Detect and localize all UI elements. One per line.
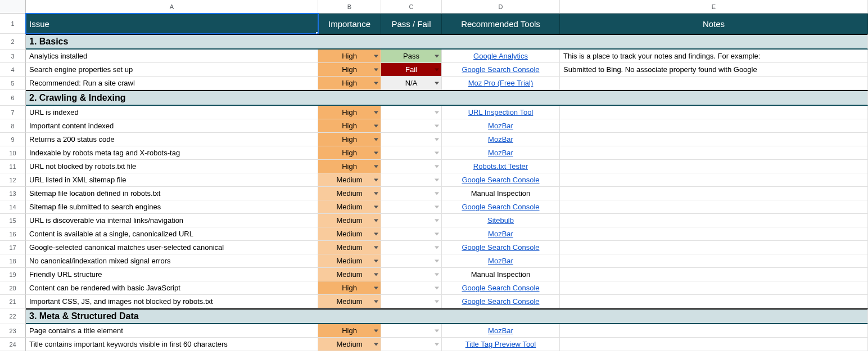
row-header-17[interactable]: 17 [0,241,26,254]
dropdown-arrow-icon[interactable] [374,246,378,249]
cell-issue[interactable]: Important content indexed [26,119,318,133]
cell-notes[interactable] [560,187,868,200]
dropdown-arrow-icon[interactable] [374,68,378,71]
cell-notes[interactable] [560,295,868,308]
cell-issue[interactable]: Page contains a title element [26,324,318,338]
dropdown-arrow-icon[interactable] [435,286,439,289]
tool-link[interactable]: MozBar [488,326,513,335]
tool-link[interactable]: MozBar [488,149,513,157]
cell-importance[interactable]: High [318,146,381,160]
cell-importance[interactable]: Medium [318,241,381,254]
dropdown-arrow-icon[interactable] [435,205,439,208]
cell-notes[interactable] [560,254,868,268]
cell-passfail[interactable] [381,214,442,227]
dropdown-arrow-icon[interactable] [435,343,439,346]
tool-link[interactable]: Title Tag Preview Tool [465,340,536,348]
tool-link[interactable]: MozBar [488,257,513,265]
cell-notes[interactable] [560,338,868,351]
cell-issue[interactable]: URL is discoverable via internal links/n… [26,214,318,227]
cell-tool[interactable]: Moz Pro (Free Trial) [442,77,560,90]
cell-tool[interactable]: Google Search Console [442,173,560,187]
row-header-4[interactable]: 4 [0,63,26,77]
dropdown-arrow-icon[interactable] [435,165,439,168]
cell-tool[interactable]: Sitebulb [442,214,560,227]
cell-notes[interactable] [560,268,868,281]
row-header-5[interactable]: 5 [0,77,26,90]
cell-passfail[interactable] [381,133,442,146]
cell-importance[interactable]: Medium [318,254,381,268]
row-header-18[interactable]: 18 [0,254,26,268]
dropdown-arrow-icon[interactable] [374,286,378,289]
select-all-corner[interactable] [0,0,26,14]
cell-tool[interactable]: MozBar [442,227,560,241]
dropdown-arrow-icon[interactable] [435,259,439,262]
cell-notes[interactable] [560,146,868,160]
dropdown-arrow-icon[interactable] [374,219,378,222]
dropdown-arrow-icon[interactable] [435,219,439,222]
cell-importance[interactable]: Medium [318,338,381,351]
cell-passfail[interactable]: Pass [381,50,442,63]
cell-importance[interactable]: High [318,281,381,295]
cell-passfail[interactable] [381,241,442,254]
row-header-24[interactable]: 24 [0,338,26,351]
tool-link[interactable]: Google Search Console [462,284,539,292]
dropdown-arrow-icon[interactable] [374,111,378,114]
tool-link[interactable]: Moz Pro (Free Trial) [468,79,534,87]
dropdown-arrow-icon[interactable] [435,232,439,235]
cell-tool[interactable]: Google Search Console [442,200,560,214]
dropdown-arrow-icon[interactable] [374,259,378,262]
cell-issue[interactable]: Search engine properties set up [26,63,318,77]
cell-importance[interactable]: High [318,50,381,63]
cell-issue[interactable]: URL is indexed [26,106,318,119]
row-header-1[interactable]: 1 [0,14,26,34]
dropdown-arrow-icon[interactable] [435,138,439,141]
cell-issue[interactable]: Google-selected canonical matches user-s… [26,241,318,254]
cell-passfail[interactable] [381,187,442,200]
cell-passfail[interactable] [381,200,442,214]
cell-passfail[interactable] [381,338,442,351]
tool-link[interactable]: Robots.txt Tester [473,162,528,171]
dropdown-arrow-icon[interactable] [374,273,378,276]
dropdown-arrow-icon[interactable] [374,300,378,303]
tool-link[interactable]: MozBar [488,122,513,130]
cell-notes[interactable] [560,173,868,187]
cell-tool[interactable]: Title Tag Preview Tool [442,338,560,351]
row-header-20[interactable]: 20 [0,281,26,295]
cell-importance[interactable]: Medium [318,200,381,214]
row-header-11[interactable]: 11 [0,160,26,173]
cell-importance[interactable]: Medium [318,295,381,308]
dropdown-arrow-icon[interactable] [374,232,378,235]
cell-tool[interactable]: Manual Inspection [442,268,560,281]
cell-issue[interactable]: Returns a 200 status code [26,133,318,146]
header-notes[interactable]: Notes [560,14,868,34]
dropdown-arrow-icon[interactable] [435,68,439,71]
header-passfail[interactable]: Pass / Fail [381,14,442,34]
col-header-C[interactable]: C [381,0,442,14]
cell-passfail[interactable]: Fail [381,63,442,77]
tool-link[interactable]: MozBar [488,230,513,238]
cell-issue[interactable]: Important CSS, JS, and images not blocke… [26,295,318,308]
row-header-9[interactable]: 9 [0,133,26,146]
col-header-B[interactable]: B [318,0,381,14]
dropdown-arrow-icon[interactable] [435,82,439,84]
dropdown-arrow-icon[interactable] [435,246,439,249]
cell-importance[interactable]: High [318,160,381,173]
col-header-E[interactable]: E [560,0,868,14]
dropdown-arrow-icon[interactable] [374,192,378,195]
cell-importance[interactable]: High [318,63,381,77]
cell-passfail[interactable] [381,254,442,268]
row-header-12[interactable]: 12 [0,173,26,187]
cell-notes[interactable] [560,133,868,146]
cell-tool[interactable]: URL Inspection Tool [442,106,560,119]
cell-issue[interactable]: Analytics installed [26,50,318,63]
row-header-2[interactable]: 2 [0,34,26,50]
cell-notes[interactable] [560,281,868,295]
cell-passfail[interactable]: N/A [381,77,442,90]
dropdown-arrow-icon[interactable] [374,343,378,346]
cell-notes[interactable] [560,214,868,227]
tool-link[interactable]: Sitebulb [487,216,514,225]
row-header-8[interactable]: 8 [0,119,26,133]
cell-notes[interactable]: Submitted to Bing. No associate property… [560,63,868,77]
row-header-6[interactable]: 6 [0,90,26,106]
dropdown-arrow-icon[interactable] [435,111,439,114]
